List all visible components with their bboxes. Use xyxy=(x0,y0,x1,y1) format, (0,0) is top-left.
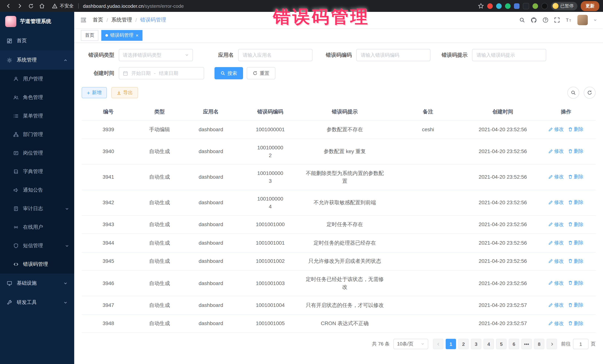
next-page-button[interactable] xyxy=(547,339,557,349)
delete-button[interactable]: 删除 xyxy=(568,147,583,155)
breadcrumb-system[interactable]: 系统管理 xyxy=(111,17,132,23)
delete-button[interactable]: 删除 xyxy=(568,173,583,181)
page-button-4[interactable]: 4 xyxy=(484,339,494,349)
close-icon[interactable]: × xyxy=(136,33,139,38)
edit-button[interactable]: 修改 xyxy=(549,239,564,246)
table-row: 3942自动生成dashboard100100000 4不允许获取敏感配置到前端… xyxy=(82,190,596,215)
col-remark: 备注 xyxy=(387,104,469,120)
sidebar-item-home[interactable]: 首页 xyxy=(0,31,74,50)
edit-button[interactable]: 修改 xyxy=(549,199,564,206)
delete-button[interactable]: 删除 xyxy=(568,239,583,246)
refresh-table-button[interactable] xyxy=(584,87,596,99)
prev-page-button[interactable] xyxy=(433,339,443,349)
error-type-select[interactable]: 请选择错误码类型 xyxy=(119,49,193,61)
add-button[interactable]: + 新增 xyxy=(82,87,107,98)
extension-drop-icon[interactable] xyxy=(496,3,502,9)
forward-icon[interactable] xyxy=(15,1,24,11)
tab-error-code[interactable]: 错误码管理 × xyxy=(101,30,142,41)
reload-icon[interactable] xyxy=(26,1,36,11)
col-time: 创建时间 xyxy=(469,104,536,120)
sidebar-item-audit-logs[interactable]: 审计日志 xyxy=(0,199,74,218)
book-icon xyxy=(13,169,19,174)
paused-badge[interactable]: 已暂停 xyxy=(551,2,577,10)
github-icon[interactable] xyxy=(531,17,537,23)
vue-devtools-icon[interactable] xyxy=(505,3,510,9)
fullscreen-icon[interactable] xyxy=(554,17,560,23)
toggle-search-button[interactable] xyxy=(567,87,579,99)
page-button-1[interactable]: 1 xyxy=(446,339,456,349)
page-button-2[interactable]: 2 xyxy=(458,339,469,349)
delete-button[interactable]: 删除 xyxy=(568,301,583,309)
sidebar-item-dev-tools[interactable]: 研发工具 xyxy=(0,293,74,312)
refresh-icon xyxy=(253,71,257,76)
chevron-down-icon xyxy=(185,53,189,57)
url-bar[interactable]: dashboard.yudao.iocoder.cn/system/error-… xyxy=(83,3,184,9)
extension-paw-icon[interactable] xyxy=(541,3,548,9)
user-avatar[interactable] xyxy=(577,15,588,25)
error-code-input[interactable] xyxy=(356,49,430,61)
chevron-down-icon xyxy=(421,342,425,346)
delete-button[interactable]: 删除 xyxy=(568,257,583,265)
reset-button[interactable]: 重置 xyxy=(247,67,275,79)
export-button[interactable]: 导出 xyxy=(111,87,138,98)
sidebar-item-sms[interactable]: 短信管理 xyxy=(0,236,74,255)
page-ellipsis[interactable]: ••• xyxy=(521,339,532,349)
error-msg-input[interactable] xyxy=(472,49,546,61)
app-name-input[interactable] xyxy=(238,49,313,61)
audit-log-icon xyxy=(13,206,19,211)
search-button[interactable]: 搜索 xyxy=(214,67,243,79)
delete-button[interactable]: 删除 xyxy=(568,125,583,133)
edit-button[interactable]: 修改 xyxy=(549,125,564,133)
sidebar-item-posts[interactable]: 岗位管理 xyxy=(0,144,74,162)
delete-button[interactable]: 删除 xyxy=(568,279,583,287)
page-button-5[interactable]: 5 xyxy=(496,339,507,349)
caret-down-icon[interactable] xyxy=(593,18,597,22)
back-icon[interactable] xyxy=(4,1,13,11)
sidebar-item-roles[interactable]: 角色管理 xyxy=(0,88,74,107)
edit-button[interactable]: 修改 xyxy=(549,257,564,265)
hamburger-icon[interactable] xyxy=(80,17,87,23)
sidebar-item-dictionary[interactable]: 字典管理 xyxy=(0,162,74,181)
sidebar-item-error-codes[interactable]: 错误码管理 xyxy=(0,255,74,274)
edit-button[interactable]: 修改 xyxy=(549,279,564,287)
edit-button[interactable]: 修改 xyxy=(549,220,564,228)
update-button[interactable]: 更新 xyxy=(581,1,599,11)
font-size-icon[interactable]: TT xyxy=(566,17,572,23)
logo[interactable]: 芋道管理系统 xyxy=(0,12,74,31)
sidebar-item-infrastructure[interactable]: 基础设施 xyxy=(0,274,74,293)
page-button-3[interactable]: 3 xyxy=(471,339,481,349)
goto-page-input[interactable] xyxy=(573,339,589,349)
edit-button[interactable]: 修改 xyxy=(549,301,564,309)
edit-button[interactable]: 修改 xyxy=(549,173,564,181)
sidebar-item-announcements[interactable]: 通知公告 xyxy=(0,181,74,199)
pagination: 共 76 条 10条/页 1 2 3 4 5 6 ••• 8 前往 页 xyxy=(82,339,596,349)
sidebar-item-online-users[interactable]: 在线用户 xyxy=(0,218,74,236)
extension-dark-icon[interactable] xyxy=(523,3,529,9)
app-header: 首页 / 系统管理 / 错误码管理 TT xyxy=(74,12,603,28)
help-icon[interactable] xyxy=(543,17,548,23)
extension-record-icon[interactable] xyxy=(487,3,493,9)
col-msg: 错误码提示 xyxy=(303,104,387,120)
tab-home[interactable]: 首页 xyxy=(81,30,98,41)
home-icon[interactable] xyxy=(37,1,47,11)
dashboard-icon xyxy=(7,38,12,44)
page-button-8[interactable]: 8 xyxy=(534,339,544,349)
edit-button[interactable]: 修改 xyxy=(549,319,564,327)
page-size-select[interactable]: 10条/页 xyxy=(393,339,428,349)
extension-grid-icon[interactable] xyxy=(514,3,520,9)
search-icon[interactable] xyxy=(519,17,525,23)
edit-button[interactable]: 修改 xyxy=(549,147,564,155)
sidebar-item-users[interactable]: 用户管理 xyxy=(0,70,74,88)
extension-leaf-icon[interactable] xyxy=(533,3,538,9)
delete-button[interactable]: 删除 xyxy=(568,199,583,206)
sidebar-item-departments[interactable]: 部门管理 xyxy=(0,125,74,144)
date-range-picker[interactable]: 开始日期 - 结束日期 xyxy=(119,67,204,79)
sidebar-item-system[interactable]: 系统管理 xyxy=(0,50,74,70)
page-button-6[interactable]: 6 xyxy=(509,339,519,349)
breadcrumb-home[interactable]: 首页 xyxy=(93,17,103,23)
plus-icon: + xyxy=(87,90,90,95)
delete-button[interactable]: 删除 xyxy=(568,319,583,327)
delete-button[interactable]: 删除 xyxy=(568,220,583,228)
sidebar-item-menus[interactable]: 菜单管理 xyxy=(0,107,74,125)
bookmark-star-icon[interactable] xyxy=(478,3,484,9)
